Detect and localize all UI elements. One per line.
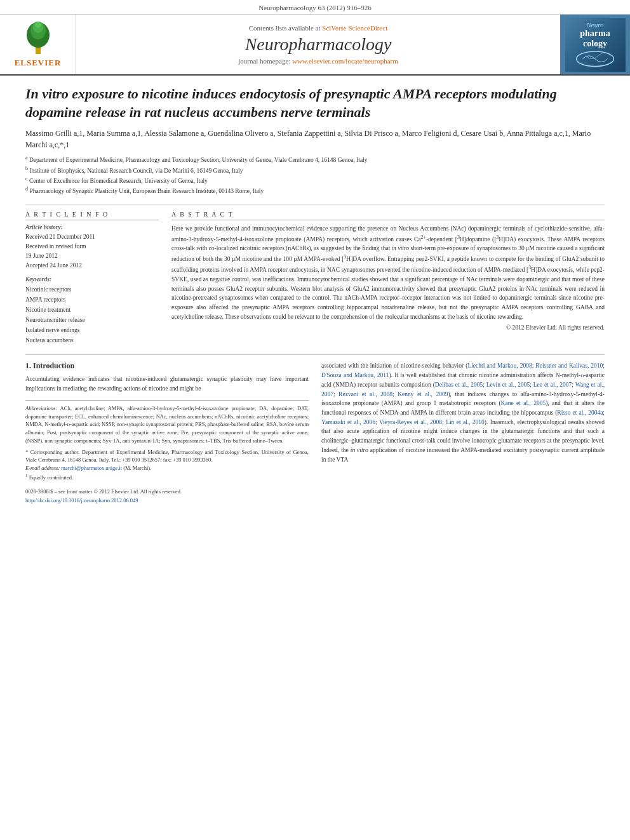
- intro-column: 1. Introduction Accumulating evidence in…: [25, 361, 309, 505]
- affiliation-b-text: Institute of Biophysics, National Resear…: [29, 168, 243, 174]
- affiliation-c: c Center of Excellence for Biomedical Re…: [25, 175, 605, 185]
- affiliation-d: d Pharmacology of Synaptic Plasticity Un…: [25, 185, 605, 196]
- keywords-label: Keywords:: [25, 276, 159, 283]
- abstract-column: A B S T R A C T Here we provide function…: [171, 211, 605, 346]
- email-footnote: E-mail address: marchi@pharmatox.unige.i…: [25, 464, 309, 472]
- elsevier-logo: ELSEVIER: [15, 21, 62, 68]
- affiliation-a: a Department of Experimental Medicine, P…: [25, 154, 605, 164]
- journal-cover-image: Neuro pharmacology: [565, 18, 626, 72]
- body-right-column: associated with the initiation of nicoti…: [321, 361, 605, 505]
- elsevier-tree-icon: [19, 21, 57, 56]
- sciverse-link[interactable]: Contents lists available at SciVerse Sci…: [249, 24, 387, 32]
- intro-paragraph: Accumulating evidence indicates that nic…: [25, 375, 309, 393]
- ref-dsouza[interactable]: D'Souza and Markou, 2011: [321, 372, 389, 378]
- keyword-2: AMPA receptors: [25, 295, 159, 305]
- ref-levin[interactable]: Levin et al., 2005: [486, 382, 530, 388]
- bottom-issn: 0028-3908/$ – see front matter © 2012 El…: [25, 488, 309, 505]
- keyword-3: Nicotine treatment: [25, 305, 159, 315]
- ref-kane[interactable]: Kane et al., 2005: [501, 400, 546, 406]
- ref-lin[interactable]: Lin et al., 2010: [446, 419, 485, 425]
- ref-liechtl[interactable]: Liechtl and Markou, 2008: [467, 363, 532, 369]
- journal-name: Neuropharmacology: [245, 34, 392, 55]
- footnote-area: Abbreviations: ACh, acetylcholine; AMPA,…: [25, 400, 309, 505]
- keyword-6: Nucleus accumbens: [25, 335, 159, 345]
- revised-date: 19 June 2012: [25, 251, 159, 261]
- divider-1: [25, 204, 605, 204]
- article-title: In vitro exposure to nicotine induces en…: [25, 85, 605, 121]
- ref-vieyra[interactable]: Vieyra-Reyes et al., 2008: [379, 419, 442, 425]
- page: Neuropharmacology 63 (2012) 916–926 ELSE…: [0, 0, 630, 840]
- journal-ref-text: Neuropharmacology 63 (2012) 916–926: [258, 4, 372, 11]
- ref-kenny[interactable]: Kenny et al., 2009: [398, 391, 448, 397]
- abstract-text: Here we provide functional and immunocyt…: [171, 224, 605, 322]
- body-content: 1. Introduction Accumulating evidence in…: [25, 361, 605, 505]
- authors-line: Massimo Grilli a,1, Maria Summa a,1, Ale…: [25, 128, 605, 150]
- homepage-label: journal homepage:: [238, 57, 292, 65]
- elsevier-brand-text: ELSEVIER: [15, 58, 62, 68]
- keyword-1: Nicotinic receptors: [25, 284, 159, 295]
- article-info-header: A R T I C L E I N F O: [25, 211, 159, 220]
- article-dates: Received 21 December 2011 Received in re…: [25, 232, 159, 271]
- journal-reference: Neuropharmacology 63 (2012) 916–926: [0, 0, 630, 15]
- ref-reissner[interactable]: Reissner and Kalivas, 2010: [535, 363, 603, 369]
- keyword-5: Isolated nerve endings: [25, 325, 159, 335]
- journal-center: Contents lists available at SciVerse Sci…: [76, 15, 560, 74]
- affiliations: a Department of Experimental Medicine, P…: [25, 154, 605, 196]
- article-info-abstract: A R T I C L E I N F O Article history: R…: [25, 211, 605, 346]
- received-date: Received 21 December 2011: [25, 232, 159, 242]
- authors-text: Massimo Grilli a,1, Maria Summa a,1, Ale…: [25, 129, 591, 149]
- copyright-text: © 2012 Elsevier Ltd. All rights reserved…: [171, 324, 605, 331]
- affiliation-a-text: Department of Experimental Medicine, Pha…: [29, 157, 368, 163]
- sciverse-link-text[interactable]: SciVerse ScienceDirect: [322, 24, 387, 32]
- revised-label: Received in revised form: [25, 242, 159, 251]
- cover-neuro-text: Neuro: [586, 21, 603, 29]
- journal-homepage: journal homepage: www.elsevier.com/locat…: [238, 57, 398, 65]
- sciverse-text: Contents lists available at: [249, 24, 321, 32]
- elsevier-logo-area: ELSEVIER: [0, 15, 76, 74]
- affiliation-b: b Institute of Biophysics, National Rese…: [25, 165, 605, 175]
- cover-pharma-text: pharmacology: [580, 29, 610, 50]
- email-link[interactable]: marchi@pharmatox.unige.it: [61, 465, 122, 471]
- ref-risso[interactable]: Risso et al., 2004a: [557, 410, 603, 416]
- keywords-list: Nicotinic receptors AMPA receptors Nicot…: [25, 284, 159, 346]
- ref-rezvani[interactable]: Rezvani et al., 2008: [338, 391, 392, 397]
- neuro-image-area: Neuro pharmacology: [560, 15, 630, 74]
- accepted-date: Accepted 24 June 2012: [25, 261, 159, 270]
- body-right-text: associated with the initiation of nicoti…: [321, 361, 605, 464]
- intro-paragraph-text: Accumulating evidence indicates that nic…: [25, 376, 309, 392]
- ref-lee[interactable]: Lee et al., 2007: [533, 382, 572, 388]
- abstract-header: A B S T R A C T: [171, 211, 605, 220]
- ref-yamazaki[interactable]: Yamazaki et al., 2006: [321, 419, 375, 425]
- divider-2: [25, 354, 605, 355]
- ref-delibas[interactable]: Delibas et al., 2005: [435, 382, 483, 388]
- cover-brain-svg: [573, 50, 617, 68]
- abbreviations-footnote: Abbreviations: ACh, acetylcholine; AMPA,…: [25, 404, 309, 445]
- article-info-column: A R T I C L E I N F O Article history: R…: [25, 211, 159, 346]
- keyword-4: Neurotransmitter release: [25, 315, 159, 325]
- affiliation-c-text: Center of Excellence for Biomedical Rese…: [29, 178, 208, 184]
- corresponding-footnote: * Corresponding author. Department of Ex…: [25, 448, 309, 465]
- journal-header: ELSEVIER Contents lists available at Sci…: [0, 15, 630, 76]
- article-history-label: Article history:: [25, 224, 159, 230]
- equally-footnote: 1 Equally contributed.: [25, 472, 309, 482]
- article-title-text: In vitro exposure to nicotine induces en…: [25, 86, 557, 120]
- intro-section-title: 1. Introduction: [25, 361, 309, 371]
- article-content: In vitro exposure to nicotine induces en…: [0, 76, 630, 518]
- homepage-link[interactable]: www.elsevier.com/locate/neuropharm: [292, 57, 398, 65]
- intro-title-text: Introduction: [33, 361, 74, 370]
- intro-number: 1.: [25, 361, 31, 370]
- svg-point-4: [35, 22, 41, 28]
- affiliation-d-text: Pharmacology of Synaptic Plasticity Unit…: [29, 189, 264, 195]
- doi-link[interactable]: http://dx.doi.org/10.1016/j.neuropharm.2…: [25, 497, 138, 503]
